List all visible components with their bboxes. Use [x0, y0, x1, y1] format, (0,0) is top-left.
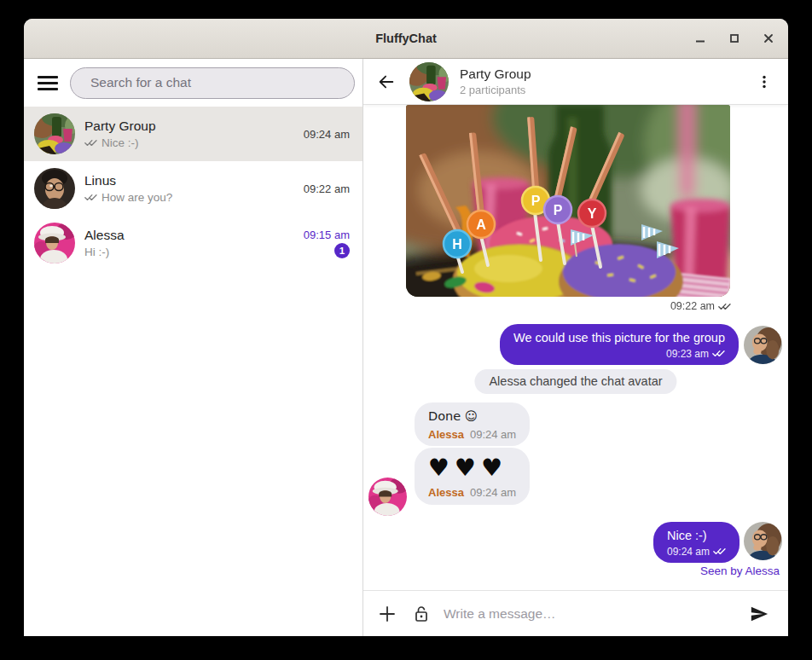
chat-subtitle: 2 participants — [460, 84, 531, 96]
message-time: 09:24 am — [667, 546, 710, 558]
chat-time: 09:24 am — [304, 128, 350, 141]
party-group-avatar — [34, 113, 75, 154]
photo-message-time: 09:22 am — [670, 300, 731, 312]
chat-list-item-party-group[interactable]: Party Group Nice :-) 09:24 am — [24, 107, 362, 161]
seen-by-status: Seen by Alessa — [700, 564, 780, 577]
svg-text:P: P — [554, 203, 563, 217]
back-button[interactable] — [374, 70, 398, 94]
received-message-bubble[interactable]: Done ☺ Alessa 09:24 am — [415, 402, 530, 446]
send-icon[interactable] — [742, 597, 776, 631]
chat-list-item-linus[interactable]: Linus How are you? 09:22 am — [24, 161, 362, 216]
photo-message[interactable]: H A P P Y — [406, 105, 730, 297]
window-controls — [688, 19, 780, 58]
maximize-button[interactable] — [722, 27, 745, 50]
party-group-avatar[interactable] — [409, 62, 449, 101]
encryption-lock-icon[interactable] — [404, 597, 438, 631]
unread-badge: 1 — [334, 243, 350, 258]
alessa-avatar[interactable] — [368, 478, 407, 516]
window-title: FluffyChat — [375, 32, 437, 45]
search-input[interactable] — [71, 75, 354, 90]
chat-search[interactable] — [70, 67, 355, 99]
message-input[interactable] — [438, 606, 742, 622]
chat-name: Party Group — [84, 119, 294, 134]
state-event-message: Alessa changed the chat avatar — [474, 369, 676, 394]
chat-time: 09:15 am — [304, 229, 350, 241]
svg-text:A: A — [476, 217, 486, 232]
chat-header: Party Group 2 participants — [363, 59, 788, 105]
linus-avatar — [34, 168, 75, 209]
more-options-icon[interactable] — [752, 70, 776, 94]
chat-list-sidebar: Party Group Nice :-) 09:24 am Linus — [24, 59, 363, 636]
svg-text:P: P — [531, 194, 541, 208]
window-titlebar: FluffyChat — [24, 19, 788, 59]
message-text: Nice :-) — [667, 528, 726, 545]
read-receipt-icon — [712, 350, 725, 357]
close-button[interactable] — [757, 27, 780, 50]
chat-name: Alessa — [84, 228, 294, 243]
chat-name: Linus — [84, 173, 294, 188]
message-text: ♥♥♥ — [428, 453, 516, 483]
received-message-bubble[interactable]: ♥♥♥ Alessa 09:24 am — [415, 448, 530, 505]
svg-text:Y: Y — [588, 206, 597, 221]
sent-message-bubble[interactable]: We could use this picture for the group … — [500, 324, 739, 365]
sender-name: Alessa — [428, 486, 464, 499]
message-list: H A P P Y 09:22 am We could use this pic… — [363, 105, 788, 590]
message-time: 09:24 am — [470, 486, 516, 499]
chat-pane: Party Group 2 participants — [363, 59, 788, 636]
read-receipt-icon — [713, 547, 726, 555]
app-window: FluffyChat — [24, 19, 788, 636]
chat-time: 09:22 am — [304, 182, 350, 195]
own-avatar[interactable] — [744, 326, 782, 364]
chat-title: Party Group — [460, 67, 531, 82]
message-time: 09:23 am — [666, 348, 709, 360]
add-attachment-button[interactable] — [370, 597, 404, 631]
own-avatar[interactable] — [744, 522, 782, 560]
chat-preview: Hi :-) — [84, 246, 109, 258]
chat-preview: Nice :-) — [102, 136, 139, 149]
message-text: Done ☺ — [428, 408, 516, 426]
menu-icon[interactable] — [38, 74, 58, 92]
sent-message-bubble[interactable]: Nice :-) 09:24 am — [653, 522, 740, 563]
party-photo: H A P P Y — [406, 105, 730, 297]
read-receipt-icon — [84, 139, 97, 147]
svg-text:H: H — [452, 237, 462, 252]
chat-list-item-alessa[interactable]: Alessa Hi :-) 09:15 am 1 — [24, 216, 362, 270]
read-receipt-icon — [84, 194, 97, 201]
read-receipt-icon — [718, 303, 731, 310]
message-composer — [363, 590, 788, 636]
minimize-button[interactable] — [688, 27, 711, 50]
alessa-avatar — [34, 223, 75, 263]
sender-name: Alessa — [428, 428, 464, 441]
message-text: We could use this picture for the group — [513, 330, 725, 347]
message-time: 09:24 am — [470, 428, 516, 441]
chat-preview: How are you? — [102, 191, 172, 204]
